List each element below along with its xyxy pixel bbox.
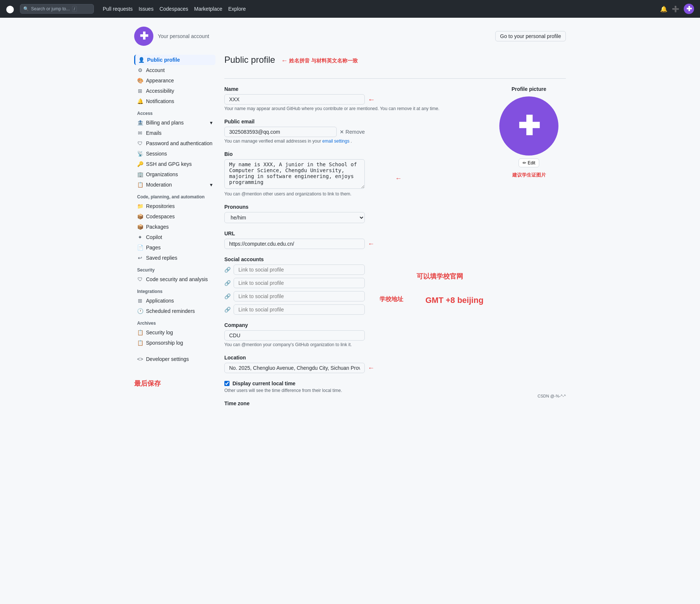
sidebar-item-ssh[interactable]: 🔑 SSH and GPG keys	[134, 159, 215, 169]
sidebar-label-emails: Emails	[146, 130, 162, 136]
sidebar-item-repositories[interactable]: 📁 Repositories	[134, 201, 215, 211]
github-logo-icon[interactable]: ⬤	[6, 4, 14, 13]
display-time-hint: Other users will see the time difference…	[224, 388, 480, 393]
sidebar-label-account: Account	[146, 67, 165, 73]
account-subtitle: Your personal account	[158, 33, 209, 39]
bio-wrapper: ←	[224, 159, 365, 190]
copilot-icon: ✦	[137, 234, 143, 240]
sessions-icon: 📡	[137, 151, 143, 157]
social-input-1[interactable]	[234, 265, 365, 275]
sidebar-item-packages[interactable]: 📦 Packages	[134, 222, 215, 232]
sidebar-item-accessibility[interactable]: ⊞ Accessibility	[134, 86, 215, 96]
sidebar-item-security-log[interactable]: 📋 Security log	[134, 327, 215, 338]
bio-hint: You can @mention other users and organiz…	[224, 191, 480, 197]
sidebar-item-codespaces[interactable]: 📦 Codespaces	[134, 211, 215, 222]
url-input[interactable]	[224, 239, 365, 249]
sidebar-label-public-profile: Public profile	[147, 57, 180, 63]
sidebar-item-password[interactable]: 🛡 Password and authentication	[134, 138, 215, 149]
title-row: Public profile ← 姓名拼音 与材料英文名称一致	[224, 55, 566, 71]
moderation-icon: 📋	[137, 182, 143, 188]
plus-icon[interactable]: ➕	[672, 6, 679, 13]
sidebar-label-repositories: Repositories	[146, 203, 175, 209]
social-input-3[interactable]	[234, 291, 365, 301]
email-hint: You can manage verified email addresses …	[224, 139, 480, 144]
email-settings-link[interactable]: email settings	[322, 139, 349, 144]
marketplace-link[interactable]: Marketplace	[194, 6, 222, 12]
go-to-profile-button[interactable]: Go to your personal profile	[495, 31, 566, 41]
profile-avatar-cross-icon: ✚	[518, 113, 540, 139]
sidebar-item-sponsorship-log[interactable]: 📋 Sponsorship log	[134, 338, 215, 348]
sidebar-label-accessibility: Accessibility	[146, 88, 174, 94]
pencil-icon: ✏	[523, 160, 526, 165]
pronouns-label: Pronouns	[224, 204, 480, 210]
sidebar-item-code-security[interactable]: 🛡 Code security and analysis	[134, 274, 215, 284]
url-row: ←	[224, 239, 480, 249]
section-access-label: Access	[134, 106, 215, 117]
annotation-save: 最后保存	[134, 379, 215, 388]
code-security-icon: 🛡	[137, 276, 143, 282]
sidebar-label-sponsorship-log: Sponsorship log	[146, 340, 183, 346]
display-time-section: Display current local time Other users w…	[224, 381, 480, 393]
email-remove-button[interactable]: ✕ Remove	[340, 129, 365, 135]
repo-icon: 📁	[137, 203, 143, 209]
sidebar-item-scheduled-reminders[interactable]: 🕐 Scheduled reminders	[134, 306, 215, 316]
name-section: Name ← Your name may appear around GitHu…	[224, 86, 480, 111]
sidebar-item-appearance[interactable]: 🎨 Appearance	[134, 75, 215, 86]
sidebar-item-applications[interactable]: ⊞ Applications	[134, 296, 215, 306]
account-avatar: ✚	[134, 27, 153, 46]
pull-requests-link[interactable]: Pull requests	[103, 6, 133, 12]
user-avatar[interactable]: ✚	[684, 4, 694, 14]
palette-icon: 🎨	[137, 78, 143, 83]
sidebar-label-code-security: Code security and analysis	[146, 276, 208, 282]
account-header: ✚ Your personal account Go to your perso…	[134, 27, 566, 46]
link-icon-1: 🔗	[224, 267, 231, 273]
sidebar-item-billing[interactable]: 🏦 Billing and plans ▾	[134, 117, 215, 128]
avatar-icon: ✚	[686, 6, 692, 12]
bio-section: Bio ← You can @mention other users and o…	[224, 151, 480, 197]
company-hint: You can @mention your company's GitHub o…	[224, 342, 480, 347]
profile-picture-section: Profile picture ✚ ✏ Edit 建议学生证图片	[492, 86, 566, 178]
explore-link[interactable]: Explore	[228, 6, 246, 12]
profile-picture-label: Profile picture	[492, 86, 566, 92]
sidebar-item-pages[interactable]: 📄 Pages	[134, 242, 215, 253]
sidebar-item-public-profile[interactable]: 👤 Public profile	[134, 55, 215, 65]
search-bar[interactable]: 🔍 Search or jump to... /	[20, 4, 94, 14]
name-input[interactable]	[224, 94, 365, 105]
edit-picture-button[interactable]: ✏ Edit	[519, 158, 540, 167]
sidebar-item-saved-replies[interactable]: ↩ Saved replies	[134, 253, 215, 263]
arrow-name-icon: ←	[368, 95, 375, 104]
email-icon: ✉	[137, 130, 143, 136]
section-archives-label: Archives	[134, 316, 215, 327]
sidebar-item-developer-settings[interactable]: <> Developer settings	[134, 354, 215, 364]
url-arrow-icon: ←	[368, 240, 374, 248]
issues-link[interactable]: Issues	[139, 6, 153, 12]
sidebar-item-sessions[interactable]: 📡 Sessions	[134, 149, 215, 159]
sidebar-label-password: Password and authentication	[146, 140, 213, 146]
display-time-checkbox[interactable]	[224, 381, 230, 386]
codespaces-link[interactable]: Codespaces	[159, 6, 188, 12]
bio-textarea[interactable]	[224, 159, 365, 189]
company-label: Company	[224, 322, 480, 328]
social-row-2: 🔗	[224, 278, 365, 288]
email-row: 3025083593@qq.com ✕ Remove	[224, 127, 365, 137]
email-select[interactable]: 3025083593@qq.com	[224, 127, 337, 137]
sidebar-item-notifications[interactable]: 🔔 Notifications	[134, 96, 215, 106]
sidebar-item-emails[interactable]: ✉ Emails	[134, 128, 215, 138]
pronouns-select[interactable]: he/him she/her they/them	[224, 212, 365, 223]
sidebar-label-pages: Pages	[146, 245, 161, 250]
location-section: Location ←	[224, 355, 480, 373]
bell-sidebar-icon: 🔔	[137, 98, 143, 104]
company-input[interactable]	[224, 330, 365, 341]
bell-icon[interactable]: 🔔	[660, 6, 667, 13]
topnav-right: 🔔 ➕ ✚	[660, 4, 694, 14]
sidebar-item-organizations[interactable]: 🏢 Organizations	[134, 169, 215, 180]
social-input-4[interactable]	[234, 304, 365, 315]
sidebar-item-account[interactable]: ⚙ Account	[134, 65, 215, 75]
location-input[interactable]	[224, 363, 365, 373]
reply-icon: ↩	[137, 255, 143, 261]
sidebar-item-copilot[interactable]: ✦ Copilot	[134, 232, 215, 242]
sidebar-label-organizations: Organizations	[146, 171, 178, 177]
annotation-title: ← 姓名拼音 与材料英文名称一致	[281, 57, 358, 65]
sidebar-item-moderation[interactable]: 📋 Moderation ▾	[134, 180, 215, 190]
social-input-2[interactable]	[234, 278, 365, 288]
